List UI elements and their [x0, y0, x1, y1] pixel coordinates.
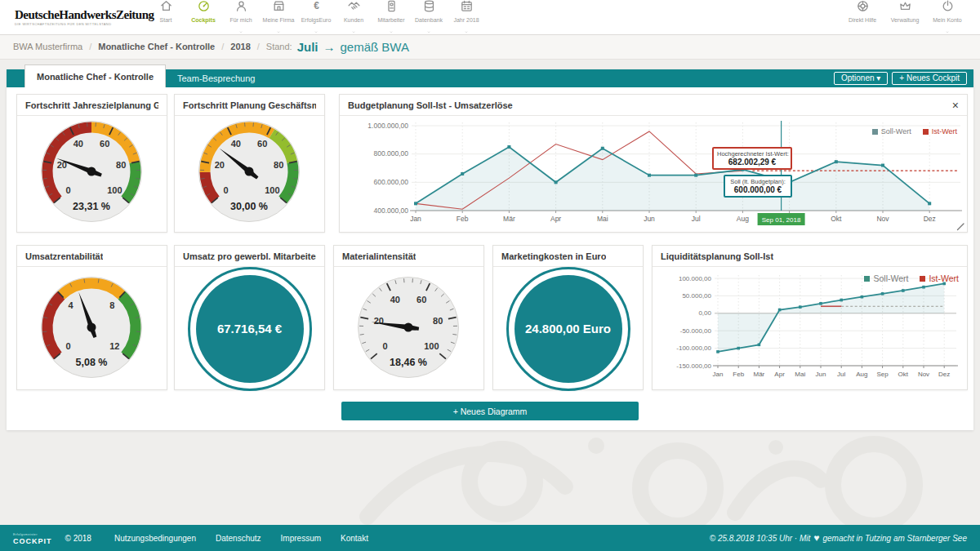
svg-text:Jul: Jul: [692, 215, 701, 223]
gauge-value: 30,00 %: [230, 201, 268, 212]
tab-monatliche-chef-kontrolle[interactable]: Monatliche Chef - Kontrolle: [24, 64, 166, 87]
svg-text:Mär: Mär: [503, 215, 515, 223]
chart-legend: Soll-WertIst-Wert: [864, 273, 959, 283]
panel-title: Budgetplanung Soll-Ist - Umsatzerlöse: [348, 100, 513, 110]
stand-note: gemäß BWA: [341, 40, 409, 54]
footer-link-3[interactable]: Kontakt: [341, 534, 368, 543]
stand-month[interactable]: Juli: [297, 40, 318, 54]
svg-text:Jun: Jun: [816, 371, 826, 378]
nav-item-label: Für mich: [222, 17, 260, 23]
svg-text:Dez: Dez: [924, 215, 936, 223]
panel-jahreszielplanung: Fortschritt Jahreszielplanung Gesamt 020…: [16, 94, 167, 233]
svg-text:Jan: Jan: [713, 371, 724, 378]
nav-item-cockpits[interactable]: Cockpits: [185, 0, 222, 38]
breadcrumb-cockpit[interactable]: Monatliche Chef - Kontrolle: [98, 42, 215, 51]
crown-icon: [898, 0, 912, 13]
svg-text:€: €: [314, 0, 319, 11]
footer-link-2[interactable]: Impressum: [281, 534, 321, 543]
svg-text:Mär: Mär: [754, 371, 765, 378]
nav-item-fuer-mich[interactable]: Für mich: [222, 0, 260, 38]
svg-text:Apr: Apr: [774, 371, 785, 378]
svg-text:80: 80: [274, 160, 283, 170]
new-cockpit-button[interactable]: + Neues Cockpit: [892, 72, 967, 85]
breadcrumb: BWA Musterfirma / Monatliche Chef - Kont…: [0, 34, 980, 60]
store-icon: [272, 0, 286, 13]
legend-item[interactable]: Ist-Wert: [923, 127, 957, 136]
chevron-down-icon: [944, 30, 951, 34]
breadcrumb-separator: /: [89, 42, 91, 51]
lifering-icon: [856, 0, 870, 13]
nav-item-label: Mein Konto: [926, 17, 969, 23]
svg-text:Jan: Jan: [410, 215, 421, 223]
badge-icon: [385, 0, 399, 13]
gauge-value: 23,31 %: [73, 201, 110, 212]
svg-text:800.000,00: 800.000,00: [373, 149, 408, 158]
chart-legend: Soll-WertIst-Wert: [872, 127, 957, 136]
brand-tagline: DIE WIRTSCHAFTSZEITUNG FÜR DEN MITTELSTA…: [15, 22, 137, 26]
background-watermark: [351, 423, 980, 525]
panel-title: Fortschritt Planung Geschäftsmodell: [183, 100, 316, 110]
panel-marketingkosten: Marketingkosten in Euro 24.800,00 Euro: [492, 245, 644, 390]
footer-logo: Erfolgsmeister COCKPIT: [13, 531, 52, 544]
gauge-value: 5,08 %: [76, 357, 108, 368]
svg-text:0: 0: [66, 185, 71, 195]
svg-text:60: 60: [100, 139, 109, 149]
dashboard-screen: DeutscheHandwerksZeitung DIE WIRTSCHAFTS…: [0, 0, 980, 551]
panel-liquiditaetsplanung: Liquiditätsplanung Soll-Ist 100.000,0050…: [652, 245, 968, 390]
nav-item-verwaltung[interactable]: Verwaltung: [884, 0, 926, 38]
footer: Erfolgsmeister COCKPIT © 2018 Nutzungsbe…: [0, 525, 980, 551]
kpi-circle: 67.716,54 €: [188, 267, 312, 391]
breadcrumb-year[interactable]: 2018: [230, 42, 250, 51]
footer-made-with: © 25.8.2018 10:35 Uhr · Mit ♥ gemacht in…: [710, 532, 967, 544]
svg-text:60: 60: [416, 295, 426, 304]
options-button[interactable]: Optionen ▾: [834, 72, 888, 85]
panel-planung-geschaeftsmodell: Fortschritt Planung Geschäftsmodell 0204…: [174, 94, 325, 233]
svg-text:-100.000,00: -100.000,00: [676, 344, 711, 352]
nav-item-label: Meine Firma: [260, 17, 297, 23]
svg-text:Feb: Feb: [457, 215, 469, 223]
breadcrumb-company[interactable]: BWA Musterfirma: [13, 42, 82, 51]
nav-item-label: Start: [147, 17, 185, 23]
panel-materialintensitaet: Materialintensität 02040608010018,46 %: [333, 245, 484, 390]
svg-text:Jul: Jul: [837, 371, 845, 378]
panel-title: Umsatzrentabilität: [25, 251, 103, 261]
svg-text:Okt: Okt: [831, 215, 842, 223]
svg-text:Mai: Mai: [597, 215, 608, 223]
legend-item[interactable]: Soll-Wert: [872, 127, 911, 136]
svg-text:0: 0: [224, 185, 229, 195]
nav-item-kunden[interactable]: Kunden: [335, 0, 372, 38]
nav-item-meine-firma[interactable]: Meine Firma: [260, 0, 297, 38]
svg-text:4: 4: [69, 300, 74, 310]
footer-link-1[interactable]: Datenschutz: [216, 534, 261, 543]
panel-umsatz-pro-mitarbeiter: Umsatz pro gewerbl. Mitarbeiter 67.716,5…: [174, 245, 325, 390]
svg-text:60: 60: [257, 139, 267, 149]
svg-text:0: 0: [383, 341, 388, 351]
svg-text:12: 12: [109, 341, 119, 351]
brand-logo[interactable]: DeutscheHandwerksZeitung DIE WIRTSCHAFTS…: [15, 9, 137, 26]
nav-item-label: Cockpits: [185, 17, 222, 23]
legend-item[interactable]: Ist-Wert: [920, 273, 959, 283]
nav-item-datenbank[interactable]: Datenbank: [410, 0, 448, 38]
nav-item-jahr-2018[interactable]: Jahr 2018: [448, 0, 485, 38]
breadcrumb-separator: /: [221, 42, 224, 51]
database-icon: [422, 0, 436, 13]
footer-link-0[interactable]: Nutzungsbedingungen: [114, 534, 196, 543]
nav-item-direkt-hilfe[interactable]: Direkt Hilfe: [841, 0, 884, 38]
close-icon[interactable]: ×: [952, 100, 959, 111]
legend-item[interactable]: Soll-Wert: [864, 273, 908, 283]
svg-text:20: 20: [215, 160, 225, 170]
svg-text:Mai: Mai: [795, 371, 805, 378]
nav-item-mein-konto[interactable]: Mein Konto: [926, 0, 969, 38]
nav-item-erfolgseuro[interactable]: €ErfolgsEuro: [297, 0, 335, 38]
svg-text:80: 80: [433, 316, 443, 326]
kpi-value: 67.716,54 €: [196, 275, 304, 383]
gauge-chart: 02040608010030,00 %: [175, 116, 324, 233]
nav-item-start[interactable]: Start: [147, 0, 185, 38]
resize-handle-icon[interactable]: [956, 223, 964, 231]
nav-item-mitarbeiter[interactable]: Mitarbeiter: [372, 0, 410, 38]
tab-team-besprechung[interactable]: Team-Besprechung: [166, 69, 266, 87]
svg-text:400.000,00: 400.000,00: [373, 207, 408, 215]
svg-text:Nov: Nov: [918, 371, 929, 378]
stand-label: Stand:: [266, 42, 292, 51]
new-diagram-button[interactable]: + Neues Diagramm: [341, 402, 639, 420]
